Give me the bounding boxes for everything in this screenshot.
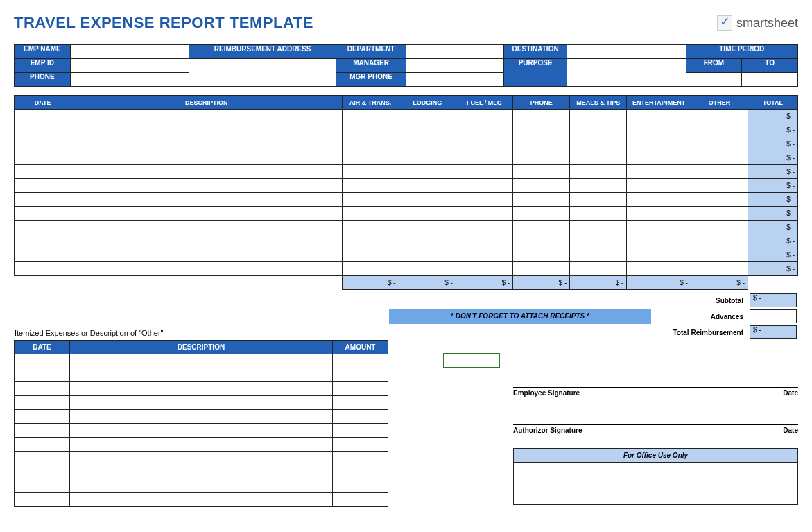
expense-cell[interactable] [342, 165, 399, 179]
expense-cell[interactable] [71, 207, 342, 221]
expense-cell[interactable] [71, 234, 342, 248]
expense-cell[interactable] [342, 248, 399, 262]
itemized-cell[interactable] [333, 479, 388, 493]
expense-cell[interactable] [627, 151, 691, 165]
expense-cell[interactable] [399, 262, 456, 276]
itemized-cell[interactable] [15, 382, 70, 396]
itemized-cell[interactable] [69, 479, 332, 493]
expense-cell[interactable] [15, 207, 71, 221]
expense-cell[interactable] [691, 151, 748, 165]
itemized-cell[interactable] [69, 368, 332, 382]
expense-cell[interactable] [71, 165, 342, 179]
expense-cell[interactable] [627, 179, 691, 193]
expense-cell[interactable] [15, 234, 71, 248]
expense-cell[interactable] [456, 193, 512, 207]
expense-cell[interactable] [399, 234, 456, 248]
expense-cell[interactable] [15, 221, 71, 234]
expense-cell[interactable] [570, 110, 627, 123]
expense-cell[interactable] [570, 262, 627, 276]
expense-cell[interactable] [691, 248, 748, 262]
expense-cell[interactable] [15, 262, 71, 276]
office-use-body[interactable] [514, 463, 797, 504]
expense-cell[interactable] [71, 151, 342, 165]
expense-cell[interactable] [399, 207, 456, 221]
expense-cell[interactable] [627, 123, 691, 137]
itemized-cell[interactable] [15, 410, 70, 424]
expense-cell[interactable] [15, 137, 71, 151]
itemized-cell[interactable] [69, 382, 332, 396]
reimbursement-input[interactable] [189, 59, 336, 87]
expense-cell[interactable] [456, 123, 512, 137]
expense-cell[interactable] [570, 123, 627, 137]
expense-cell[interactable] [570, 137, 627, 151]
expense-cell[interactable] [71, 193, 342, 207]
expense-cell[interactable] [570, 221, 627, 234]
expense-cell[interactable] [456, 110, 512, 123]
expense-cell[interactable] [513, 151, 570, 165]
expense-cell[interactable] [71, 137, 342, 151]
expense-cell[interactable] [570, 193, 627, 207]
expense-cell[interactable] [342, 179, 399, 193]
expense-cell[interactable] [691, 179, 748, 193]
expense-cell[interactable] [513, 193, 570, 207]
itemized-cell[interactable] [333, 382, 388, 396]
itemized-cell[interactable] [333, 424, 388, 438]
destination-input[interactable] [567, 45, 686, 59]
itemized-cell[interactable] [15, 424, 70, 438]
itemized-cell[interactable] [69, 396, 332, 410]
expense-cell[interactable] [627, 221, 691, 234]
expense-cell[interactable] [342, 151, 399, 165]
expense-cell[interactable] [570, 165, 627, 179]
expense-cell[interactable] [513, 179, 570, 193]
to-input[interactable] [742, 73, 798, 87]
phone-input[interactable] [70, 73, 189, 87]
emp-id-input[interactable] [70, 59, 189, 73]
expense-cell[interactable] [399, 221, 456, 234]
itemized-cell[interactable] [333, 368, 388, 382]
expense-cell[interactable] [691, 123, 748, 137]
itemized-cell[interactable] [333, 493, 388, 507]
purpose-input[interactable] [567, 59, 686, 87]
expense-cell[interactable] [627, 207, 691, 221]
itemized-cell[interactable] [15, 396, 70, 410]
expense-cell[interactable] [71, 221, 342, 234]
emp-name-input[interactable] [70, 45, 189, 59]
expense-cell[interactable] [71, 248, 342, 262]
manager-input[interactable] [406, 59, 503, 73]
expense-cell[interactable] [399, 123, 456, 137]
itemized-cell[interactable] [15, 438, 70, 452]
itemized-cell[interactable] [333, 438, 388, 452]
advances-value[interactable] [750, 309, 797, 323]
expense-cell[interactable] [456, 262, 512, 276]
mgr-phone-input[interactable] [406, 73, 503, 87]
expense-cell[interactable] [15, 165, 71, 179]
itemized-cell[interactable] [15, 452, 70, 465]
expense-cell[interactable] [399, 151, 456, 165]
expense-cell[interactable] [456, 179, 512, 193]
expense-cell[interactable] [627, 262, 691, 276]
expense-cell[interactable] [399, 110, 456, 123]
expense-cell[interactable] [342, 207, 399, 221]
expense-cell[interactable] [627, 248, 691, 262]
expense-cell[interactable] [456, 207, 512, 221]
expense-cell[interactable] [399, 137, 456, 151]
expense-cell[interactable] [627, 110, 691, 123]
expense-cell[interactable] [570, 179, 627, 193]
expense-cell[interactable] [15, 179, 71, 193]
expense-cell[interactable] [456, 151, 512, 165]
expense-cell[interactable] [513, 221, 570, 234]
expense-cell[interactable] [691, 221, 748, 234]
expense-cell[interactable] [691, 234, 748, 248]
expense-cell[interactable] [691, 110, 748, 123]
itemized-cell[interactable] [333, 396, 388, 410]
itemized-cell[interactable] [69, 465, 332, 479]
itemized-cell[interactable] [333, 410, 388, 424]
expense-cell[interactable] [15, 248, 71, 262]
expense-cell[interactable] [513, 248, 570, 262]
expense-cell[interactable] [456, 165, 512, 179]
expense-cell[interactable] [570, 248, 627, 262]
expense-cell[interactable] [513, 262, 570, 276]
expense-cell[interactable] [570, 151, 627, 165]
expense-cell[interactable] [513, 165, 570, 179]
expense-cell[interactable] [15, 151, 71, 165]
